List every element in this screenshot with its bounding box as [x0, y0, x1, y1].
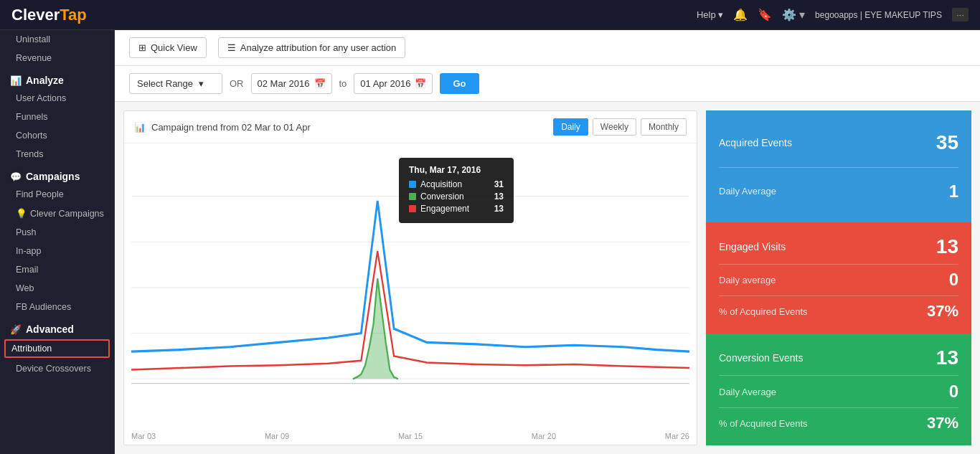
- conversion-pct-label: % of Acquired Events: [719, 418, 808, 429]
- app-logo: CleverTap: [11, 6, 87, 24]
- green-divider2: [719, 407, 958, 408]
- x-label-1: Mar 03: [131, 432, 156, 440]
- to-date-input[interactable]: 01 Apr 2016 📅: [354, 73, 433, 94]
- engaged-pct-value: 37%: [927, 302, 958, 321]
- conversion-events-block: Conversion Events 13 Daily Average 0 % o…: [706, 334, 971, 445]
- conversion-events-label: Conversion Events: [719, 352, 804, 364]
- x-label-3: Mar 15: [398, 432, 423, 440]
- chart-svg: [131, 151, 689, 425]
- period-daily-button[interactable]: Daily: [553, 118, 588, 136]
- engaged-visits-row: Engaged Visits 13: [719, 235, 958, 258]
- sidebar-item-push[interactable]: Push: [0, 223, 114, 242]
- sidebar-section-advanced[interactable]: 🚀 Advanced: [0, 316, 114, 338]
- content-toolbar: ⊞ Quick View ☰ Analyze attribution for a…: [115, 30, 980, 66]
- chart-content: 📊 Campaign trend from 02 Mar to 01 Apr D…: [115, 102, 980, 454]
- sidebar-item-find-people[interactable]: Find People: [0, 185, 114, 204]
- conversion-pct-value: 37%: [927, 414, 958, 432]
- sidebar-item-inapp[interactable]: In-app: [0, 242, 114, 260]
- period-monthly-button[interactable]: Monthly: [641, 118, 687, 136]
- to-label: to: [339, 78, 347, 89]
- sidebar: Uninstall Revenue 📊 Analyze User Actions…: [0, 30, 115, 454]
- or-label: OR: [230, 78, 244, 89]
- go-button[interactable]: Go: [440, 73, 479, 94]
- user-info: begooapps | EYE MAKEUP TIPS: [815, 10, 942, 20]
- x-axis-labels: Mar 03 Mar 09 Mar 15 Mar 20 Mar 26: [124, 432, 697, 445]
- sidebar-item-email[interactable]: Email: [0, 260, 114, 279]
- engaged-pct-row: % of Acquired Events 37%: [719, 302, 958, 321]
- sidebar-item-attribution[interactable]: Attribution: [4, 339, 110, 358]
- conversion-daily-avg-value: 0: [949, 382, 958, 402]
- acquired-events-label: Acquired Events: [719, 137, 792, 148]
- help-button[interactable]: Help ▾: [697, 9, 723, 20]
- content-area: ⊞ Quick View ☰ Analyze attribution for a…: [115, 30, 980, 454]
- daily-average-value: 1: [949, 181, 958, 202]
- bookmark-icon[interactable]: 🔖: [758, 8, 772, 22]
- bulb-icon: 💡: [16, 208, 27, 219]
- grid-icon: ⊞: [138, 42, 146, 53]
- settings-gear-icon[interactable]: ⚙️ ▾: [782, 8, 805, 22]
- analyze-button[interactable]: ☰ Analyze attribution for any user actio…: [218, 37, 406, 58]
- from-date-input[interactable]: 02 Mar 2016 📅: [251, 73, 332, 94]
- daily-average-label: Daily Average: [719, 186, 776, 197]
- engaged-visits-block: Engaged Visits 13 Daily average 0 % of A…: [706, 222, 971, 334]
- topnav-right: Help ▾ 🔔 🔖 ⚙️ ▾ begooapps | EYE MAKEUP T…: [697, 8, 969, 22]
- select-range-dropdown[interactable]: Select Range ▾: [129, 73, 222, 94]
- blue-divider: [719, 167, 958, 168]
- chart-body: Thu, Mar 17, 2016 Acquisition 31 Convers…: [124, 143, 697, 432]
- conversion-pct-row: % of Acquired Events 37%: [719, 414, 958, 432]
- sidebar-item-fb-audiences[interactable]: FB Audiences: [0, 298, 114, 316]
- top-navigation: CleverTap Help ▾ 🔔 🔖 ⚙️ ▾ begooapps | EY…: [0, 0, 980, 30]
- sidebar-item-funnels[interactable]: Funnels: [0, 108, 114, 126]
- bar-chart-icon: 📊: [134, 122, 146, 133]
- chart-header-left: 📊 Campaign trend from 02 Mar to 01 Apr: [134, 122, 311, 133]
- date-range-bar: Select Range ▾ OR 02 Mar 2016 📅 to 01 Ap…: [115, 66, 980, 102]
- red-divider1: [719, 264, 958, 265]
- acquired-events-value: 35: [936, 131, 958, 154]
- conversion-events-row: Conversion Events 13: [719, 346, 958, 369]
- engaged-visits-label: Engaged Visits: [719, 241, 786, 252]
- chevron-down-icon: ▾: [718, 9, 723, 20]
- engaged-daily-avg-row: Daily average 0: [719, 270, 958, 290]
- x-label-5: Mar 26: [665, 432, 689, 440]
- period-weekly-button[interactable]: Weekly: [593, 118, 636, 136]
- analyze-icon: 📊: [10, 75, 22, 86]
- quick-view-button[interactable]: ⊞ Quick View: [129, 37, 207, 58]
- sidebar-item-clever-campaigns[interactable]: 💡 Clever Campaigns: [0, 204, 114, 223]
- sidebar-item-device-crossovers[interactable]: Device Crossovers: [0, 359, 114, 378]
- sidebar-item-uninstall[interactable]: Uninstall: [0, 30, 114, 49]
- calendar-to-icon: 📅: [415, 78, 426, 89]
- x-label-4: Mar 20: [532, 432, 556, 440]
- daily-average-row: Daily Average 1: [719, 181, 958, 202]
- chart-panel: 📊 Campaign trend from 02 Mar to 01 Apr D…: [123, 110, 697, 445]
- conversion-events-value: 13: [936, 346, 958, 369]
- notification-bell-icon[interactable]: 🔔: [733, 8, 748, 22]
- main-layout: Uninstall Revenue 📊 Analyze User Actions…: [0, 30, 980, 454]
- stats-panel: Acquired Events 35 Daily Average 1 Engag…: [706, 110, 971, 445]
- sidebar-item-user-actions[interactable]: User Actions: [0, 89, 114, 108]
- logo-accent: Tap: [60, 6, 86, 24]
- chart-header: 📊 Campaign trend from 02 Mar to 01 Apr D…: [124, 111, 697, 143]
- advanced-icon: 🚀: [10, 324, 22, 335]
- sidebar-item-trends[interactable]: Trends: [0, 145, 114, 164]
- calendar-from-icon: 📅: [314, 78, 326, 89]
- conversion-daily-avg-label: Daily Average: [719, 387, 776, 397]
- conversion-daily-avg-row: Daily Average 0: [719, 382, 958, 402]
- red-divider2: [719, 295, 958, 296]
- sidebar-section-analyze[interactable]: 📊 Analyze: [0, 67, 114, 89]
- engaged-visits-value: 13: [936, 235, 958, 258]
- engaged-pct-label: % of Acquired Events: [719, 306, 808, 317]
- acquired-events-row: Acquired Events 35: [719, 131, 958, 154]
- acquired-events-block: Acquired Events 35 Daily Average 1: [706, 110, 971, 222]
- engaged-daily-avg-label: Daily average: [719, 275, 776, 285]
- period-buttons: Daily Weekly Monthly: [553, 118, 687, 136]
- sidebar-section-campaigns[interactable]: 💬 Campaigns: [0, 164, 114, 185]
- campaigns-icon: 💬: [10, 171, 22, 182]
- sidebar-item-web[interactable]: Web: [0, 279, 114, 298]
- sidebar-item-revenue[interactable]: Revenue: [0, 49, 114, 67]
- engaged-daily-avg-value: 0: [949, 270, 958, 290]
- user-menu-button[interactable]: ···: [952, 8, 969, 22]
- x-label-2: Mar 09: [265, 432, 289, 440]
- sidebar-item-cohorts[interactable]: Cohorts: [0, 126, 114, 145]
- green-divider1: [719, 375, 958, 376]
- list-icon: ☰: [227, 42, 236, 53]
